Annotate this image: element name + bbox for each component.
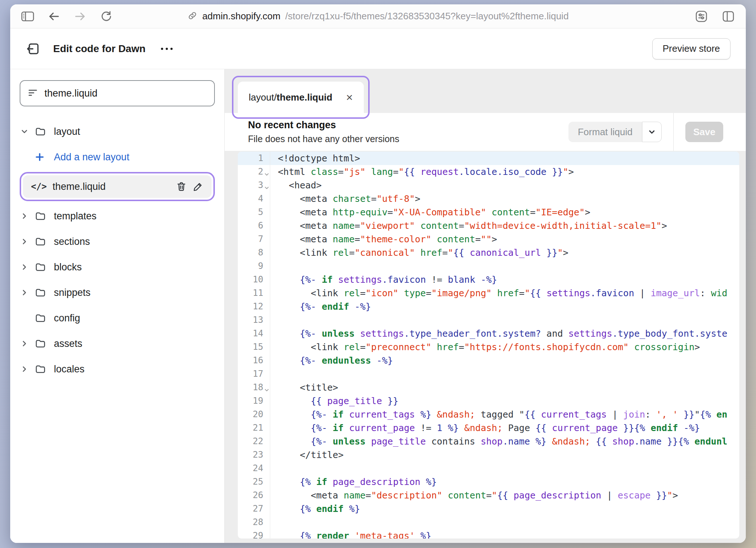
code-editor[interactable]: 1<!doctype html>2<html class="js" lang="… [238,152,739,539]
line-number: 22 [238,435,270,448]
forward-button-icon[interactable] [72,8,88,24]
more-actions-icon[interactable] [161,48,173,50]
code-line-text: <html class="js" lang="{{ request.locale… [270,165,574,179]
code-line: 9 [238,259,739,273]
code-line: 15 <link rel="preconnect" href="https://… [238,340,739,354]
line-number: 14 [238,327,270,340]
back-button-icon[interactable] [46,8,62,24]
tab-theme-liquid[interactable]: layout/theme.liquid × [238,82,364,113]
page-settings-icon[interactable] [693,8,709,24]
code-line-text [270,462,278,475]
code-line-text: {% render 'meta-tags' %} [270,529,432,539]
code-line-text: <link rel="preconnect" href="https://fon… [270,340,700,354]
code-line: 2<html class="js" lang="{{ request.local… [238,165,739,179]
code-line: 1<!doctype html> [238,152,739,165]
browser-window: admin.shopify.com/store/rzq1xu-f5/themes… [10,4,746,543]
code-line-text: {%- if current_page != 1 %} &ndash; Page… [270,421,700,435]
preview-store-button[interactable]: Preview store [652,38,731,59]
code-line: 28 [238,516,739,529]
chevron-right-icon[interactable] [20,263,29,271]
sidebar-item-templates[interactable]: templates [20,203,215,229]
folder-icon [34,338,48,349]
folder-icon [34,126,48,137]
folder-icon [34,236,48,247]
chevron-right-icon[interactable] [20,365,29,373]
format-liquid-split-button: Format liquid [568,122,662,142]
line-number: 21 [238,421,270,435]
line-number: 5 [238,206,270,219]
code-line: 7 <meta name="theme-color" content=""> [238,232,739,246]
tab-strip: layout/theme.liquid × [225,69,746,113]
chevron-right-icon[interactable] [20,237,29,246]
sidebar-item-blocks[interactable]: blocks [20,254,215,280]
sidebar-item-config[interactable]: config [20,305,215,331]
code-line: 11 <link rel="icon" type="image/png" hre… [238,286,739,300]
code-line: 19 {{ page_title }} [238,394,739,408]
code-line-text: <title> [270,381,338,394]
desktop: { "colors": { "accent_purple": "#a385ec"… [0,0,756,548]
chevron-right-icon[interactable] [20,212,29,220]
code-line-text: <!doctype html> [270,152,360,165]
code-line-text: {%- if settings.favicon != blank -%} [270,273,497,286]
filter-icon [27,87,39,99]
chevron-right-icon[interactable] [20,288,29,297]
code-line-text [270,259,278,273]
folder-label: blocks [54,262,82,273]
exit-icon[interactable] [25,41,41,56]
line-number: 6 [238,219,270,232]
line-number: 12 [238,300,270,313]
code-line-text: <link rel="canonical" href="{{ canonical… [270,246,568,259]
code-file-icon: </> [31,181,47,192]
sidebar-item-sections[interactable]: sections [20,229,215,254]
line-number: 28 [238,516,270,529]
code-line: 21 {%- if current_page != 1 %} &ndash; P… [238,421,739,435]
code-line: 16 {%- endunless -%} [238,354,739,367]
sidebar-toggle-icon[interactable] [20,8,36,24]
url-path: /store/rzq1xu-f5/themes/132683530345?key… [285,11,568,22]
code-line-text: </title> [270,448,344,462]
code-line-text [270,367,278,381]
code-line-text: {%- if current_tags %} &ndash; tagged "{… [270,408,727,421]
sidebar-item-assets[interactable]: assets [20,331,215,356]
gutter-divider [270,152,270,539]
chevron-down-icon[interactable] [20,127,29,136]
delete-file-icon[interactable] [176,181,187,192]
search-input[interactable] [44,88,208,99]
tab-close-icon[interactable]: × [346,91,353,103]
sidebar-item-locales[interactable]: locales [20,356,215,382]
file-item-label: theme.liquid [52,181,106,192]
folder-icon [34,363,48,375]
code-line: 22 {%- unless page_title contains shop.n… [238,435,739,448]
line-number: 13 [238,313,270,327]
line-number: 23 [238,448,270,462]
code-line-text: {%- endunless -%} [270,354,393,367]
rename-file-icon[interactable] [193,181,204,192]
chevron-right-icon[interactable] [20,339,29,348]
tab-dir-label: layout/ [249,92,277,103]
line-number: 18 [238,381,270,394]
file-sidebar: layoutAdd a new layout</>theme.liquidtem… [10,69,224,543]
browser-toolbar: admin.shopify.com/store/rzq1xu-f5/themes… [10,4,746,28]
format-dropdown-button[interactable] [642,122,662,142]
line-number: 1 [238,152,270,165]
folder-icon [34,312,48,324]
file-tree: layoutAdd a new layout</>theme.liquidtem… [20,119,215,382]
code-line: 23 </title> [238,448,739,462]
folder-icon [34,261,48,273]
line-number: 8 [238,246,270,259]
code-line-text: {%- unless page_title contains shop.name… [270,435,727,448]
sidebar-item-snippets[interactable]: snippets [20,280,215,305]
line-number: 25 [238,475,270,489]
save-button[interactable]: Save [685,122,723,142]
code-line: 24 [238,462,739,475]
sidebar-item-layout[interactable]: layout [20,119,215,144]
code-line-text: {%- endif -%} [270,300,371,313]
file-item-theme-liquid[interactable]: </>theme.liquid [23,175,212,198]
line-number: 15 [238,340,270,354]
file-search[interactable] [20,80,215,106]
split-view-icon[interactable] [720,8,736,24]
reload-icon[interactable] [98,8,114,24]
format-liquid-button[interactable]: Format liquid [568,122,642,142]
add-layout-button[interactable]: Add a new layout [20,144,215,170]
address-bar[interactable]: admin.shopify.com/store/rzq1xu-f5/themes… [187,4,568,28]
